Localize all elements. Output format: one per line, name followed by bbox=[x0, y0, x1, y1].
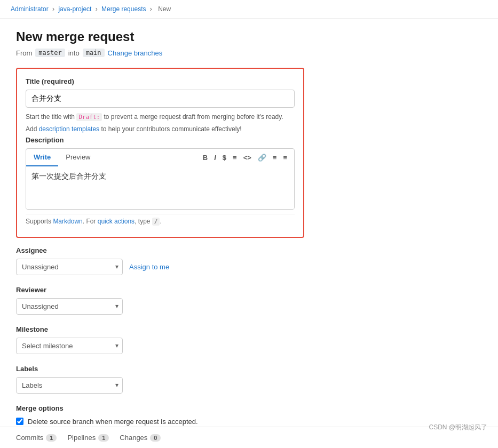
changes-tab-badge: 0 bbox=[150, 434, 161, 442]
reviewer-group: Reviewer Unassigned bbox=[16, 286, 304, 315]
merge-options-label: Merge options bbox=[16, 404, 482, 412]
milestone-label: Milestone bbox=[16, 325, 304, 333]
reviewer-select[interactable]: Unassigned bbox=[16, 298, 123, 315]
labels-select[interactable]: Labels bbox=[16, 377, 123, 394]
labels-select-wrapper: Labels bbox=[16, 377, 123, 394]
description-label: Description bbox=[26, 136, 295, 144]
pipelines-tab-badge: 1 bbox=[98, 434, 109, 442]
milestone-select-wrapper: Select milestone bbox=[16, 338, 123, 354]
commits-tab-badge: 1 bbox=[46, 434, 57, 442]
supports-markdown-text: Supports Markdown. For quick actions, ty… bbox=[26, 214, 295, 228]
milestone-group: Milestone Select milestone bbox=[16, 325, 304, 354]
delete-source-branch-row: Delete source branch when merge request … bbox=[16, 418, 482, 426]
indent-button[interactable]: ≡ bbox=[280, 153, 290, 163]
assignee-select-wrapper: Unassigned bbox=[16, 259, 123, 275]
title-section: Title (required) Start the title with Dr… bbox=[16, 68, 304, 238]
assignee-group: Assignee Unassigned Assign to me bbox=[16, 246, 304, 275]
branch-from-badge: master bbox=[35, 49, 65, 57]
bold-button[interactable]: B bbox=[200, 153, 210, 163]
assignee-select[interactable]: Unassigned bbox=[16, 259, 123, 275]
pipelines-tab[interactable]: Pipelines 1 bbox=[67, 431, 109, 444]
strikethrough-button[interactable]: $ bbox=[220, 153, 229, 163]
draft-hint: Start the title with Draft: to prevent a… bbox=[26, 112, 295, 122]
labels-group: Labels Labels bbox=[16, 365, 304, 394]
watermark: CSDN @明湖起风了 bbox=[429, 423, 487, 432]
labels-label: Labels bbox=[16, 365, 304, 373]
ordered-list-button[interactable]: ≡ bbox=[270, 153, 280, 163]
description-hint: Add description templates to help your c… bbox=[26, 124, 295, 134]
bottom-tabs: Commits 1 Pipelines 1 Changes 0 bbox=[0, 427, 498, 448]
code-button[interactable]: <> bbox=[241, 153, 254, 163]
write-tab[interactable]: Write bbox=[26, 149, 58, 166]
format-toolbar: B I $ ≡ <> 🔗 ≡ ≡ bbox=[196, 150, 294, 165]
description-editor: Write Preview B I $ ≡ <> 🔗 ≡ ≡ 第一次提交后合并分… bbox=[26, 148, 295, 210]
branch-into-badge: main bbox=[83, 49, 105, 57]
delete-source-branch-checkbox[interactable] bbox=[16, 418, 23, 425]
link-button[interactable]: 🔗 bbox=[255, 153, 269, 163]
commits-tab-label: Commits bbox=[16, 434, 43, 442]
assignee-label: Assignee bbox=[16, 246, 304, 254]
breadcrumb-project[interactable]: java-project bbox=[58, 5, 91, 13]
commits-tab[interactable]: Commits 1 bbox=[16, 431, 57, 444]
change-branches-link[interactable]: Change branches bbox=[108, 49, 163, 57]
changes-tab-label: Changes bbox=[120, 434, 147, 442]
branch-info: From master into main Change branches bbox=[16, 49, 482, 57]
italic-button[interactable]: I bbox=[211, 153, 219, 163]
reviewer-label: Reviewer bbox=[16, 286, 304, 294]
changes-tab[interactable]: Changes 0 bbox=[120, 431, 161, 444]
page-title: New merge request bbox=[16, 29, 482, 44]
breadcrumb-admin[interactable]: Administrator bbox=[11, 5, 49, 13]
breadcrumb-merge-requests[interactable]: Merge requests bbox=[101, 5, 146, 13]
preview-tab[interactable]: Preview bbox=[58, 149, 98, 166]
title-input[interactable] bbox=[26, 90, 295, 108]
list-button[interactable]: ≡ bbox=[230, 153, 240, 163]
assign-to-me-link[interactable]: Assign to me bbox=[129, 263, 169, 271]
description-input[interactable]: 第一次提交后合并分支 bbox=[26, 166, 294, 209]
milestone-select[interactable]: Select milestone bbox=[16, 338, 123, 354]
delete-source-branch-label: Delete source branch when merge request … bbox=[28, 418, 198, 426]
editor-tabs-row: Write Preview B I $ ≡ <> 🔗 ≡ ≡ bbox=[26, 149, 294, 166]
reviewer-select-wrapper: Unassigned bbox=[16, 298, 123, 315]
breadcrumb-new: New bbox=[158, 5, 171, 13]
breadcrumb: Administrator › java-project › Merge req… bbox=[0, 0, 498, 19]
pipelines-tab-label: Pipelines bbox=[67, 434, 96, 442]
title-label: Title (required) bbox=[26, 77, 295, 85]
